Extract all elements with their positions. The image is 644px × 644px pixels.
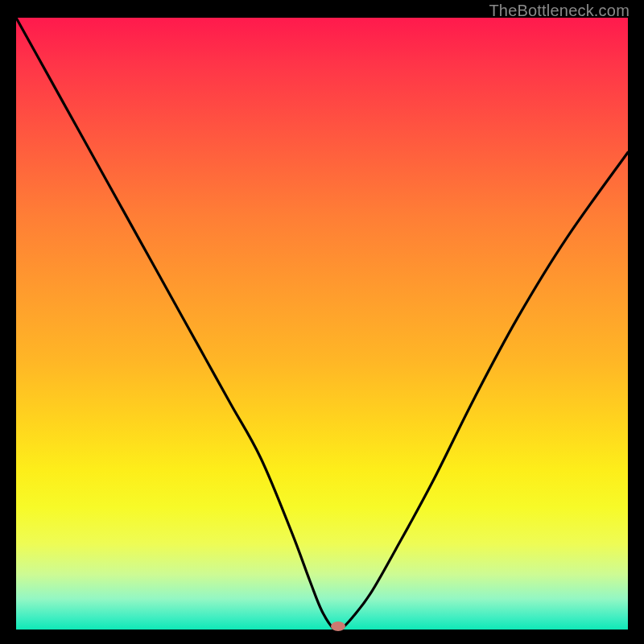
- plot-area: [16, 18, 628, 630]
- chart-frame: TheBottleneck.com: [0, 0, 644, 644]
- optimum-marker: [331, 621, 345, 631]
- bottleneck-curve: [16, 18, 628, 630]
